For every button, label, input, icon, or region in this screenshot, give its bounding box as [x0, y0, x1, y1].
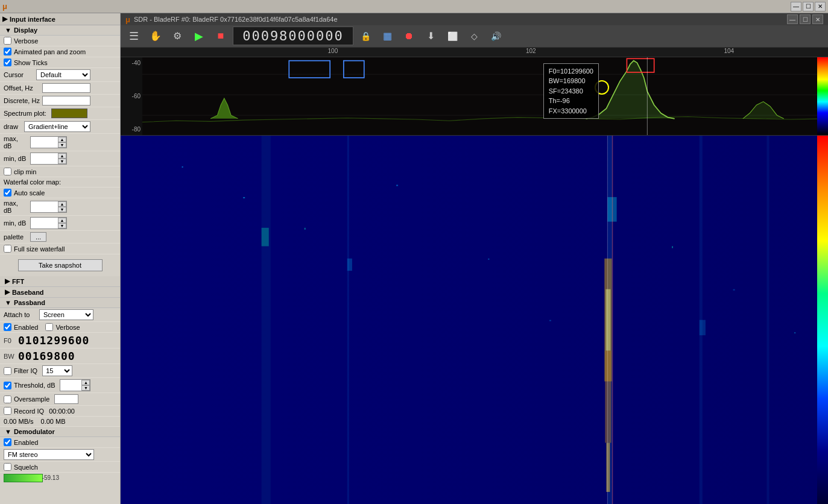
wf-min-db-down[interactable]: ▼ — [58, 223, 66, 228]
play-btn[interactable]: ▶ — [189, 27, 209, 46]
take-snapshot-btn[interactable]: Take snapshot — [18, 259, 103, 271]
passband-verbose-label: Verbose — [55, 324, 80, 331]
show-ticks-checkbox[interactable] — [4, 58, 11, 66]
max-db-input[interactable]: -31 — [31, 138, 58, 146]
svg-rect-22 — [305, 227, 306, 229]
attach-to-select[interactable]: Screen — [39, 309, 93, 320]
full-size-waterfall-checkbox[interactable] — [4, 245, 11, 253]
wf-min-db-input[interactable]: -122 — [31, 219, 58, 227]
wf-max-db-up[interactable]: ▲ — [58, 201, 66, 207]
hand-tool-btn[interactable]: ✋ — [146, 27, 165, 46]
animated-pan-zoom-checkbox[interactable] — [4, 48, 11, 55]
min-db-input[interactable]: -127 — [31, 154, 58, 163]
full-size-waterfall-row: Full size waterfall — [0, 244, 120, 254]
bw-label: BW — [4, 353, 16, 360]
squelch-bar: -59.13 — [4, 474, 43, 482]
palette-btn[interactable]: ... — [30, 232, 46, 242]
wf-max-db-row: max, dB -36 ▲ ▼ — [0, 198, 120, 216]
input-interface-label: Input interface — [10, 16, 55, 23]
lock-btn[interactable]: 🔒 — [356, 27, 375, 46]
clip-min-label: clip min — [14, 168, 36, 175]
square-btn[interactable]: ⬜ — [443, 27, 462, 46]
min-db-spinbox: -127 ▲ ▼ — [30, 153, 67, 165]
settings-btn[interactable]: ⚙ — [168, 27, 187, 46]
oversample-label: Oversample — [14, 395, 49, 403]
diamond-btn[interactable]: ◇ — [464, 27, 484, 46]
auto-scale-row: Auto scale — [0, 187, 120, 198]
threshold-db-label: Threshold, dB — [14, 382, 55, 389]
cursor-select[interactable]: Default — [36, 69, 90, 80]
passband-verbose-checkbox[interactable] — [45, 323, 53, 331]
download-btn[interactable]: ⬇ — [421, 27, 440, 46]
squelch-level-row: -59.13 — [0, 473, 120, 484]
app-minimize-btn[interactable]: — — [791, 2, 801, 11]
display-section-header[interactable]: ▼ Display — [0, 25, 120, 36]
record-btn[interactable]: ⏺ — [399, 27, 419, 46]
menu-btn[interactable]: ☰ — [124, 27, 144, 46]
freq-tick-102: 102 — [526, 48, 536, 54]
waterfall-color-map-label: Waterfal color map: — [4, 178, 61, 186]
oversample-checkbox[interactable] — [4, 395, 11, 403]
db-axis: -40 -60 -80 — [121, 57, 142, 135]
passband-enabled-label: Enabled — [14, 324, 38, 331]
filter-iq-row: Filter IQ 15 — [0, 364, 120, 378]
threshold-db-up[interactable]: ▲ — [81, 380, 90, 385]
max-db-up[interactable]: ▲ — [58, 137, 66, 142]
demod-enabled-row: Enabled — [0, 437, 120, 448]
sdr-minimize-btn[interactable]: — — [787, 14, 798, 24]
max-db-row: max, dB -31 ▲ ▼ — [0, 134, 120, 151]
input-interface-header[interactable]: ▶ Input interface — [0, 13, 120, 25]
min-db-down[interactable]: ▼ — [58, 159, 66, 164]
auto-scale-checkbox[interactable] — [4, 189, 11, 197]
passband-enabled-checkbox[interactable] — [4, 323, 11, 331]
animated-pan-zoom-label: Animated pan and zoom — [14, 48, 86, 55]
record-iq-checkbox[interactable] — [4, 407, 11, 415]
stop-btn[interactable]: ■ — [211, 27, 230, 46]
baseband-section-header[interactable]: ▶ Baseband — [0, 287, 120, 298]
freq-scale-bar: 100 102 104 — [121, 48, 828, 57]
demod-enabled-checkbox[interactable] — [4, 438, 11, 446]
wf-max-db-down[interactable]: ▼ — [58, 207, 66, 212]
baseband-arrow: ▶ — [5, 288, 10, 296]
fft-section-header[interactable]: ▶ FFT — [0, 276, 120, 287]
sdr-close-btn[interactable]: ✕ — [812, 14, 823, 24]
filter-iq-select[interactable]: 15 — [42, 365, 72, 376]
wf-min-db-up[interactable]: ▲ — [58, 218, 66, 223]
svg-rect-26 — [672, 246, 673, 248]
offset-hz-input[interactable]: 0 — [42, 83, 90, 93]
max-db-down[interactable]: ▼ — [58, 142, 66, 148]
svg-rect-23 — [396, 184, 398, 186]
freq-tick-104: 104 — [724, 48, 734, 54]
input-interface-arrow: ▶ — [2, 15, 7, 23]
fm-stereo-select[interactable]: FM stereo — [4, 449, 94, 460]
spectrum-btn[interactable]: ▦ — [378, 27, 397, 46]
draw-select[interactable]: Gradient+line — [24, 121, 90, 132]
clip-min-checkbox[interactable] — [4, 168, 11, 175]
freq-tick-100: 100 — [328, 48, 338, 54]
min-db-label: min, dB — [4, 155, 28, 162]
squelch-checkbox[interactable] — [4, 463, 11, 471]
bw-value: 00169800 — [18, 350, 75, 362]
discrete-hz-input[interactable]: 100 — [42, 96, 90, 106]
cursor-label: Cursor — [4, 71, 34, 78]
display-label: Display — [14, 27, 37, 34]
volume-btn[interactable]: 🔊 — [486, 27, 505, 46]
waterfall-display[interactable] — [121, 136, 828, 504]
attach-to-row: Attach to Screen — [0, 308, 120, 322]
spectrum-display[interactable]: -40 -60 -80 — [121, 57, 828, 136]
min-db-up[interactable]: ▲ — [58, 153, 66, 159]
app-maximize-btn[interactable]: ☐ — [803, 2, 814, 11]
wf-max-db-input[interactable]: -36 — [31, 203, 58, 211]
show-ticks-row: Show Ticks — [0, 57, 120, 68]
threshold-db-input[interactable]: -96 — [60, 381, 81, 389]
sdr-maximize-btn[interactable]: ☐ — [800, 14, 811, 24]
threshold-db-down[interactable]: ▼ — [81, 385, 90, 391]
passband-section-header[interactable]: ▼ Passband — [0, 298, 120, 308]
verbose-checkbox[interactable] — [4, 37, 11, 45]
freq-display[interactable]: 00098000000 — [233, 27, 353, 45]
oversample-input[interactable]: 1 — [54, 394, 78, 404]
app-close-btn[interactable]: ✕ — [815, 2, 826, 11]
demodulator-section-header[interactable]: ▼ Demodulator — [0, 427, 120, 437]
filter-iq-checkbox[interactable] — [4, 367, 11, 375]
threshold-db-checkbox[interactable] — [4, 382, 11, 389]
